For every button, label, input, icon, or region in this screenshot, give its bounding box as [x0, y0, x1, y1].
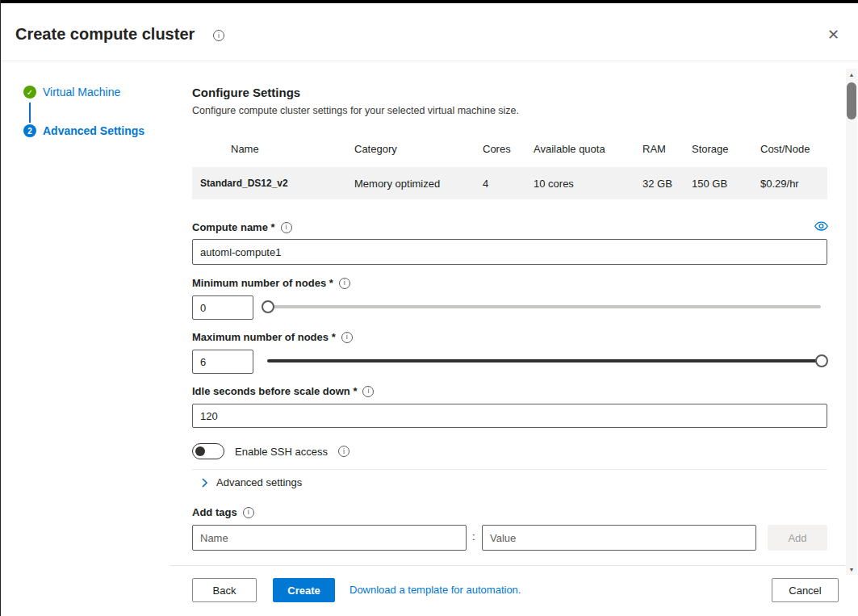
stepper-step-advanced-settings[interactable]: 2 Advanced Settings: [23, 124, 144, 137]
min-nodes-slider[interactable]: [267, 297, 821, 316]
step-complete-check-icon: ✓: [23, 86, 36, 98]
col-header-storage: Storage: [692, 143, 729, 155]
scrollbar-down-icon[interactable]: ▼: [846, 564, 857, 575]
scrollbar[interactable]: ▲ ▼: [846, 69, 857, 575]
idle-seconds-input[interactable]: [192, 404, 827, 428]
col-header-cost-node: Cost/Node: [760, 143, 810, 155]
compute-name-input[interactable]: [192, 239, 827, 265]
cell-storage: 150 GB: [692, 178, 727, 190]
col-header-ram: RAM: [642, 143, 666, 155]
cancel-button[interactable]: Cancel: [772, 578, 839, 602]
ssh-toggle-knob: [195, 446, 205, 456]
header-divider: [1, 61, 858, 61]
create-compute-cluster-dialog: Create compute cluster i ✕ ✓ Virtual Mac…: [0, 0, 858, 616]
download-template-link[interactable]: Download a template for automation.: [349, 584, 521, 596]
vm-selected-row[interactable]: Standard_DS12_v2 Memory optimized 4 10 c…: [192, 167, 827, 199]
advanced-settings-expander[interactable]: Advanced settings: [201, 476, 302, 488]
step-label-advanced-settings: Advanced Settings: [43, 124, 144, 137]
cell-cost-node: $0.29/hr: [760, 178, 799, 190]
max-nodes-slider-handle[interactable]: [815, 354, 828, 367]
eye-icon[interactable]: [814, 220, 828, 235]
tag-value-input[interactable]: [482, 525, 756, 551]
window-top-edge: [1, 0, 858, 3]
stepper-step-virtual-machine[interactable]: ✓ Virtual Machine: [23, 86, 120, 98]
max-nodes-info-icon[interactable]: i: [341, 332, 353, 343]
compute-name-label: Compute name *: [192, 221, 275, 233]
ssh-divider: [192, 469, 827, 470]
step-label-virtual-machine: Virtual Machine: [43, 86, 120, 98]
max-nodes-slider-track[interactable]: [267, 359, 821, 362]
ssh-info-icon[interactable]: i: [338, 446, 349, 457]
max-nodes-slider[interactable]: [267, 351, 821, 371]
idle-seconds-info-icon[interactable]: i: [362, 386, 374, 397]
ssh-toggle-label: Enable SSH access: [235, 446, 328, 458]
min-nodes-slider-handle[interactable]: [262, 300, 274, 313]
stepper-connector: [29, 103, 31, 123]
tag-separator: :: [472, 530, 475, 543]
advanced-settings-label: Advanced settings: [216, 476, 302, 488]
col-header-available-quota: Available quota: [534, 143, 605, 155]
cell-vm-name: Standard_DS12_v2: [200, 178, 288, 189]
add-tags-info-icon[interactable]: i: [243, 507, 254, 518]
tag-name-input[interactable]: [192, 525, 467, 551]
step-number-icon: 2: [23, 124, 36, 137]
cell-category: Memory optimized: [354, 178, 440, 190]
cell-available-quota: 10 cores: [534, 178, 574, 190]
create-button[interactable]: Create: [273, 578, 335, 602]
add-tag-button[interactable]: Add: [768, 525, 827, 551]
section-heading: Configure Settings: [192, 86, 300, 99]
cell-cores: 4: [483, 178, 488, 190]
min-nodes-slider-track[interactable]: [267, 305, 821, 308]
min-nodes-input[interactable]: [192, 295, 253, 320]
back-button[interactable]: Back: [192, 578, 257, 602]
max-nodes-label: Maximum number of nodes *: [192, 331, 336, 343]
title-info-icon[interactable]: i: [213, 30, 224, 41]
idle-seconds-label: Idle seconds before scale down *: [192, 385, 357, 397]
scrollbar-thumb[interactable]: [847, 82, 856, 119]
cell-ram: 32 GB: [642, 178, 672, 190]
min-nodes-info-icon[interactable]: i: [339, 278, 350, 289]
add-tags-label: Add tags: [192, 506, 237, 518]
chevron-right-icon: [201, 477, 208, 488]
close-icon[interactable]: ✕: [824, 23, 843, 47]
col-header-name: Name: [231, 143, 259, 155]
scrollbar-up-icon[interactable]: ▲: [846, 69, 857, 80]
section-subheading: Configure compute cluster settings for y…: [192, 105, 519, 116]
min-nodes-label: Minimum number of nodes *: [192, 277, 333, 289]
max-nodes-input[interactable]: [192, 350, 253, 374]
compute-name-info-icon[interactable]: i: [281, 222, 292, 233]
col-header-category: Category: [354, 143, 397, 155]
col-header-cores: Cores: [483, 143, 511, 155]
dialog-title: Create compute cluster: [15, 25, 195, 44]
footer-divider: [170, 565, 845, 566]
ssh-toggle[interactable]: [192, 443, 224, 459]
